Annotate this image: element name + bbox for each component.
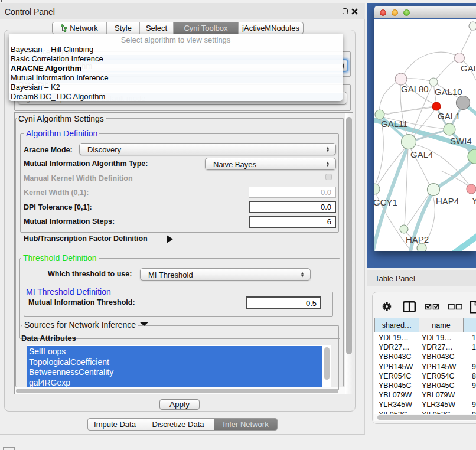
svg-text:Y: Y bbox=[472, 195, 476, 206]
svg-text:GAL: GAL bbox=[461, 63, 476, 73]
svg-text:SWI4: SWI4 bbox=[450, 136, 472, 146]
svg-text:GAL10: GAL10 bbox=[435, 87, 462, 97]
svg-text:GAL4: GAL4 bbox=[410, 149, 433, 159]
svg-text:GAL11: GAL11 bbox=[381, 119, 408, 129]
svg-text:GCY1: GCY1 bbox=[374, 197, 397, 207]
svg-text:GAL1: GAL1 bbox=[438, 111, 460, 121]
svg-text:HAP2: HAP2 bbox=[406, 234, 429, 244]
svg-text:HAP4: HAP4 bbox=[436, 196, 459, 206]
svg-text:GAL80: GAL80 bbox=[401, 84, 429, 94]
